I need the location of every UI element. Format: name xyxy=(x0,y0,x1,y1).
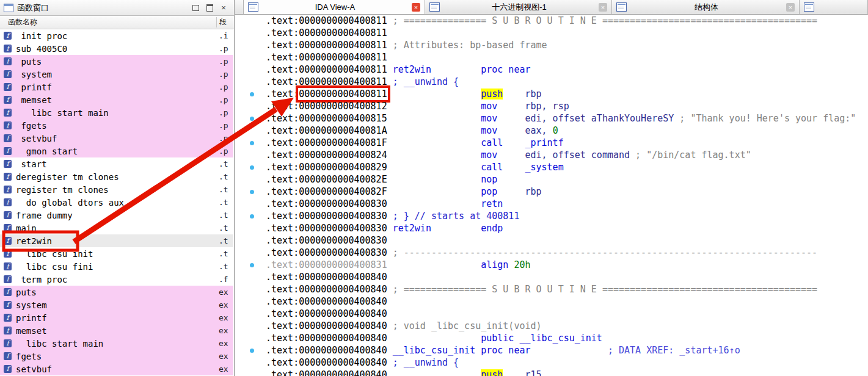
token xyxy=(431,223,481,234)
panel-title: 函数窗口 xyxy=(17,2,49,13)
tab-ida-view-a[interactable]: IDA View-A× xyxy=(243,0,425,14)
function-row[interactable]: fret2win.t xyxy=(0,234,233,247)
function-icon: f xyxy=(4,96,12,104)
disasm-line[interactable]: .text:000000000040081F call _printf xyxy=(235,137,868,149)
close-panel-button[interactable]: × xyxy=(219,4,228,12)
token: retn xyxy=(481,198,503,209)
disasm-line[interactable]: .text:0000000000400829 call _system xyxy=(235,161,868,173)
function-row[interactable]: f_puts.p xyxy=(0,55,233,68)
disasm-line[interactable]: .text:0000000000400840 push r15 xyxy=(235,369,868,376)
disasm-line[interactable]: .text:0000000000400840 ; void _libc_csu_… xyxy=(235,320,868,332)
function-row[interactable]: f_fgets.p xyxy=(0,119,233,132)
function-icon: f xyxy=(4,301,12,309)
function-row[interactable]: fderegister_tm_clones.t xyxy=(0,170,233,183)
disasm-line[interactable]: .text:0000000000400811 ; Attributes: bp-… xyxy=(235,39,868,51)
token: pop xyxy=(481,186,497,197)
disasm-line[interactable]: .text:0000000000400811 xyxy=(235,27,868,39)
disasm-line[interactable]: .text:0000000000400811 xyxy=(235,51,868,63)
function-row[interactable]: fmemsetex xyxy=(0,324,233,337)
token: ret2win xyxy=(393,223,431,234)
function-list: f_init_proc.ifsub_4005C0.pf_puts.pf_syst… xyxy=(0,29,233,376)
token: .text:0000000000400811 xyxy=(266,64,387,75)
disasm-line[interactable]: .text:0000000000400830 ret2win endp xyxy=(235,222,868,234)
disasm-line[interactable]: .text:0000000000400840 ; ===============… xyxy=(235,283,868,295)
function-row[interactable]: f__libc_csu_init.t xyxy=(0,247,233,260)
tab-close-button[interactable]: × xyxy=(412,3,420,12)
function-row[interactable]: fputsex xyxy=(0,286,233,298)
function-segment: .t xyxy=(219,211,233,220)
function-row[interactable]: f__libc_csu_fini.t xyxy=(0,260,233,273)
function-segment: ex xyxy=(219,300,233,309)
tab-close-button[interactable]: × xyxy=(599,3,607,12)
token: ; void _libc_csu_init(void) xyxy=(387,320,542,331)
function-row[interactable]: fsetvbufex xyxy=(0,363,233,375)
function-row[interactable]: ffgetsex xyxy=(0,350,233,363)
function-row[interactable]: f__libc_start_mainex xyxy=(0,337,233,350)
disasm-line[interactable]: .text:0000000000400840 ; __unwind { xyxy=(235,356,868,369)
column-header-segment[interactable]: 段 xyxy=(216,17,234,27)
token: .text:0000000000400811 xyxy=(266,40,387,51)
disasm-line[interactable]: .text:000000000040082F pop rbp xyxy=(235,186,868,198)
disasm-line[interactable]: .text:000000000040082E nop xyxy=(235,173,868,186)
function-icon: f xyxy=(4,352,12,360)
function-row[interactable]: fmain.t xyxy=(0,222,233,234)
disasm-line[interactable]: .text:0000000000400811 ; __unwind { xyxy=(235,76,868,88)
function-row[interactable]: f_memset.p xyxy=(0,93,233,106)
disasm-line[interactable]: .text:0000000000400831 align 20h xyxy=(235,259,868,271)
disassembly-view[interactable]: .text:0000000000400811 ; ===============… xyxy=(235,15,868,376)
function-segment: .p xyxy=(219,82,233,92)
float-window-button[interactable] xyxy=(191,4,200,12)
tab-label: IDA View-A xyxy=(262,2,408,12)
disasm-line[interactable]: .text:0000000000400812 mov rbp, rsp xyxy=(235,100,868,112)
disasm-line[interactable]: .text:0000000000400830 xyxy=(235,234,868,247)
function-icon: f xyxy=(4,211,12,219)
function-row[interactable]: fsystemex xyxy=(0,298,233,311)
function-row[interactable]: f_setvbuf.p xyxy=(0,132,233,145)
token xyxy=(387,89,481,99)
function-segment: .p xyxy=(219,108,233,117)
function-row[interactable]: f__gmon_start__.p xyxy=(0,145,233,157)
function-row[interactable]: fframe_dummy.t xyxy=(0,209,233,222)
token xyxy=(387,223,393,234)
disasm-line[interactable]: .text:0000000000400811 push rbp xyxy=(235,88,868,100)
disasm-line[interactable]: .text:0000000000400840 xyxy=(235,295,868,308)
tab-hex-view-1[interactable]: 十六进制视图-1× xyxy=(425,0,612,14)
function-row[interactable]: fsub_4005C0.p xyxy=(0,42,233,55)
disasm-line[interactable]: .text:0000000000400830 retn xyxy=(235,198,868,210)
function-row[interactable]: f_start.t xyxy=(0,157,233,170)
disasm-line[interactable]: .text:0000000000400830 ; } // starts at … xyxy=(235,210,868,222)
token: ; --------------------------------------… xyxy=(387,247,817,258)
tab-partial[interactable] xyxy=(800,0,868,14)
disasm-line[interactable]: .text:0000000000400824 mov edi, offset c… xyxy=(235,149,868,161)
function-row[interactable]: f_init_proc.i xyxy=(0,29,233,42)
column-header-name[interactable]: 函数名称 xyxy=(0,17,216,27)
function-row[interactable]: f_term_proc.f xyxy=(0,273,233,286)
function-name: fgets xyxy=(16,352,219,361)
token xyxy=(387,198,481,209)
disasm-line[interactable]: .text:0000000000400840 xyxy=(235,271,868,283)
token xyxy=(387,333,481,344)
disasm-line[interactable]: .text:0000000000400811 ret2win proc near xyxy=(235,63,868,76)
disasm-line[interactable]: .text:0000000000400811 ; ===============… xyxy=(235,15,868,27)
function-row[interactable]: f_system.p xyxy=(0,68,233,81)
disasm-line[interactable]: .text:0000000000400840 public __libc_csu… xyxy=(235,332,868,344)
disasm-line[interactable]: .text:0000000000400840 xyxy=(235,308,868,320)
function-row[interactable]: f___libc_start_main.p xyxy=(0,106,233,119)
token: .text:0000000000400840 xyxy=(266,333,387,344)
function-icon: f xyxy=(4,237,12,245)
function-row[interactable]: f__do_global_dtors_aux.t xyxy=(0,196,233,209)
tab-structures[interactable]: 结构体× xyxy=(612,0,800,14)
disasm-line[interactable]: .text:0000000000400830 ; ---------------… xyxy=(235,247,868,259)
disasm-line[interactable]: .text:000000000040081A mov eax, 0 xyxy=(235,125,868,137)
main-area: IDA View-A×十六进制视图-1×结构体× .text:000000000… xyxy=(235,0,868,376)
disasm-line[interactable]: .text:0000000000400840 __libc_csu_init p… xyxy=(235,344,868,356)
tab-close-button[interactable]: × xyxy=(786,3,795,12)
disasm-line[interactable]: .text:0000000000400815 mov edi, offset a… xyxy=(235,112,868,125)
maximize-button[interactable] xyxy=(205,4,214,12)
function-row[interactable]: fprintfex xyxy=(0,311,233,324)
function-segment: .t xyxy=(219,223,233,233)
function-row[interactable]: f_printf.p xyxy=(0,81,233,93)
token: .text:0000000000400830 xyxy=(266,235,387,246)
function-name: _term_proc xyxy=(16,275,219,284)
function-row[interactable]: fregister_tm_clones.t xyxy=(0,183,233,196)
